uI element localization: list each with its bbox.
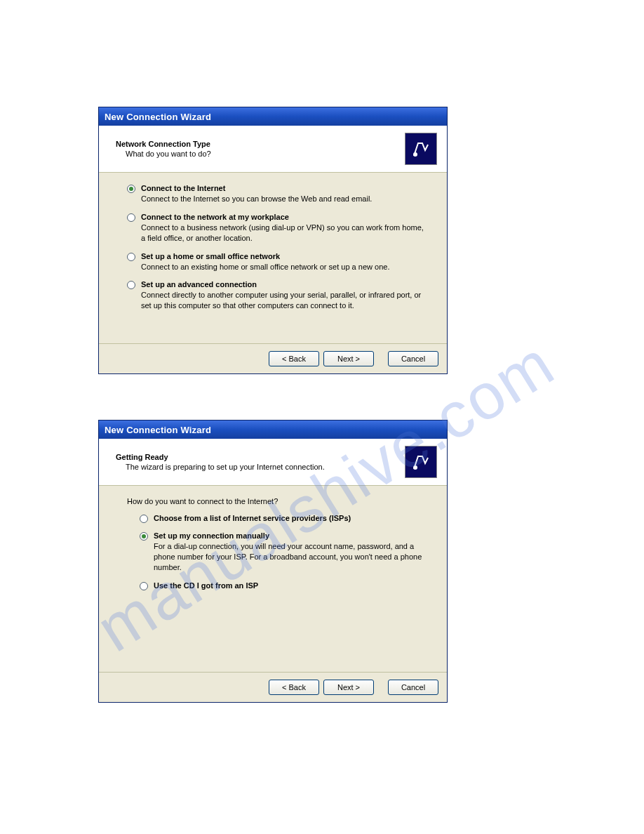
wizard-body: How do you want to connect to the Intern…: [99, 486, 447, 672]
header-text: Getting Ready The wizard is preparing to…: [116, 453, 405, 471]
option-label: Connect to the Internet: [141, 184, 426, 192]
option-isp-list[interactable]: Choose from a list of Internet service p…: [140, 514, 426, 523]
option-desc: Connect to a business network (using dia…: [141, 223, 426, 244]
option-label: Choose from a list of Internet service p…: [154, 514, 426, 522]
back-button[interactable]: < Back: [269, 351, 319, 366]
option-desc: For a dial-up connection, you will need …: [154, 541, 426, 573]
header-title: Network Connection Type: [116, 140, 405, 148]
wizard-body: Connect to the Internet Connect to the I…: [99, 173, 447, 343]
option-desc: Connect to an existing home or small off…: [141, 262, 426, 272]
radio-icon[interactable]: [140, 515, 148, 523]
wizard-dialog-1: New Connection Wizard Network Connection…: [98, 107, 448, 374]
option-desc: Connect to the Internet so you can brows…: [141, 194, 426, 204]
window-title: New Connection Wizard: [105, 425, 211, 435]
wizard-header: Getting Ready The wizard is preparing to…: [99, 439, 447, 486]
next-button[interactable]: Next >: [323, 680, 374, 695]
option-label: Set up an advanced connection: [141, 280, 426, 289]
header-subtitle: What do you want to do?: [116, 150, 405, 158]
option-connect-internet[interactable]: Connect to the Internet Connect to the I…: [127, 184, 426, 204]
body-question: How do you want to connect to the Intern…: [127, 497, 426, 505]
radio-icon[interactable]: [140, 582, 148, 590]
option-label: Use the CD I got from an ISP: [154, 581, 426, 590]
header-text: Network Connection Type What do you want…: [116, 140, 405, 158]
wizard-dialog-2: New Connection Wizard Getting Ready The …: [98, 420, 448, 703]
wizard-footer: < Back Next > Cancel: [99, 343, 447, 373]
titlebar: New Connection Wizard: [99, 421, 447, 439]
radio-icon[interactable]: [127, 281, 135, 289]
svg-point-0: [413, 152, 417, 157]
titlebar: New Connection Wizard: [99, 107, 447, 126]
radio-icon[interactable]: [127, 185, 135, 193]
wizard-header: Network Connection Type What do you want…: [99, 126, 447, 173]
window-title: New Connection Wizard: [105, 112, 211, 122]
option-label: Set up a home or small office network: [141, 252, 426, 260]
header-subtitle: The wizard is preparing to set up your I…: [116, 463, 405, 471]
cancel-button[interactable]: Cancel: [388, 680, 438, 695]
wizard-icon: [405, 133, 437, 165]
option-home-network[interactable]: Set up a home or small office network Co…: [127, 252, 426, 272]
svg-point-1: [413, 465, 417, 470]
option-connect-workplace[interactable]: Connect to the network at my workplace C…: [127, 213, 426, 244]
option-manual-connection[interactable]: Set up my connection manually For a dial…: [140, 531, 426, 573]
option-isp-cd[interactable]: Use the CD I got from an ISP: [140, 581, 426, 590]
header-title: Getting Ready: [116, 453, 405, 461]
radio-icon[interactable]: [140, 532, 148, 541]
back-button[interactable]: < Back: [269, 680, 319, 695]
option-advanced-connection[interactable]: Set up an advanced connection Connect di…: [127, 280, 426, 311]
next-button[interactable]: Next >: [323, 351, 374, 366]
wizard-footer: < Back Next > Cancel: [99, 672, 447, 702]
wizard-icon: [405, 446, 437, 478]
radio-icon[interactable]: [127, 213, 135, 222]
option-label: Set up my connection manually: [154, 531, 426, 540]
radio-icon[interactable]: [127, 253, 135, 261]
option-label: Connect to the network at my workplace: [141, 213, 426, 221]
cancel-button[interactable]: Cancel: [388, 351, 438, 366]
option-desc: Connect directly to another computer usi…: [141, 290, 426, 311]
